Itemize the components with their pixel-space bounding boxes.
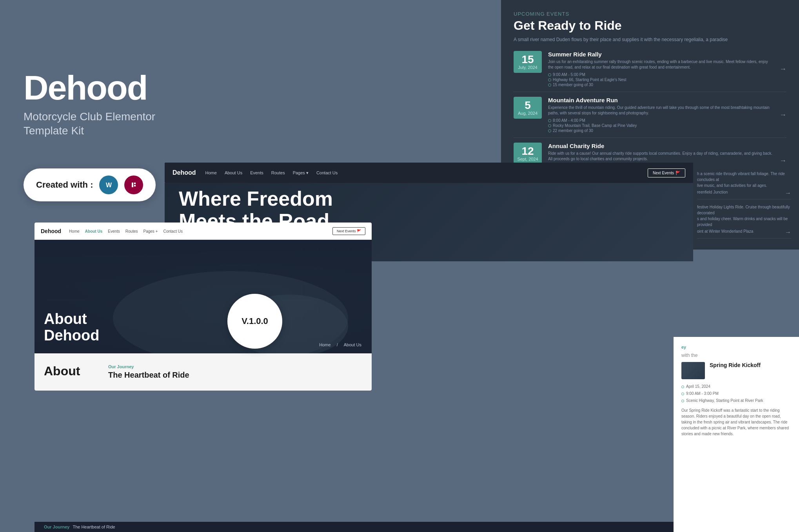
nav-link-events[interactable]: Events xyxy=(250,170,263,176)
main-navbar: Dehood Home About Us Events Routes Pages… xyxy=(165,163,693,183)
next-events-label: Next Events xyxy=(653,171,674,175)
event-name: Mountain Adventure Run xyxy=(548,97,773,103)
heartbeat-footer: Our Journey The Heartbeat of Ride xyxy=(35,522,674,532)
event-date-box: 5 Aug, 2024 xyxy=(514,97,542,119)
nav-link-routes[interactable]: Routes xyxy=(271,170,285,176)
partial-event-meta: reenfield Junction xyxy=(697,190,791,194)
breadcrumb-current: About Us xyxy=(344,342,361,347)
our-journey-label: Our Journey xyxy=(108,364,362,369)
event-arrow[interactable]: → xyxy=(779,157,786,165)
event-desc: Join us for an exhilarating summer rally… xyxy=(548,59,773,70)
event-day: 12 xyxy=(515,146,540,157)
spring-ride-info: Spring Ride Kickoff xyxy=(710,362,761,368)
event-desc: Ride with us for a cause! Our annual cha… xyxy=(548,151,773,162)
spring-ride-subtitle: with the xyxy=(681,353,791,358)
spring-ride-meta: April 15, 2024 9:00 AM - 3:00 PM Scenic … xyxy=(681,383,791,404)
about-title-text: About Dehood xyxy=(44,311,99,344)
event-info: Summer Ride Rally Join us for an exhilar… xyxy=(548,51,773,87)
heartbeat-title: The Heartbeat of Ride xyxy=(73,525,115,529)
about-nav-logo: Dehood xyxy=(41,228,61,234)
about-page-preview: Dehood Home About Us Events Routes Pages… xyxy=(35,223,372,391)
spring-ride-image xyxy=(681,362,705,379)
version-text: V.1.0.0 xyxy=(242,316,268,326)
clock-icon xyxy=(548,73,551,76)
partial-event-text: h a scenic ride through vibrant fall fol… xyxy=(697,171,791,188)
location-icon xyxy=(548,78,551,81)
about-nav-link-events[interactable]: Events xyxy=(108,229,120,233)
members-icon xyxy=(548,83,551,87)
event-desc: Experience the thrill of mountain riding… xyxy=(548,105,773,116)
brand-panel: Dehood Motorcycle Club Elementor Templat… xyxy=(24,71,188,138)
event-name: Summer Ride Rally xyxy=(548,51,773,58)
about-nav-links: Home About Us Events Routes Pages + Cont… xyxy=(69,229,332,233)
event-date-box: 15 July, 2024 xyxy=(514,51,542,73)
about-content: About Our Journey The Heartbeat of Ride xyxy=(35,353,372,391)
svg-point-2 xyxy=(129,180,139,190)
our-journey-title: The Heartbeat of Ride xyxy=(108,371,362,380)
about-navbar: Dehood Home About Us Events Routes Pages… xyxy=(35,223,372,240)
event-month: July, 2024 xyxy=(515,65,540,70)
next-events-button[interactable]: Next Events 🚩 xyxy=(648,168,685,177)
event-item: 5 Aug, 2024 Mountain Adventure Run Exper… xyxy=(514,97,786,138)
about-nav-link-pages[interactable]: Pages + xyxy=(143,229,158,233)
flag-icon: 🚩 xyxy=(676,171,680,175)
location-icon xyxy=(548,124,551,127)
spring-ride-header: Spring Ride Kickoff xyxy=(681,362,791,379)
svg-rect-4 xyxy=(134,183,136,184)
brand-subtitle: Motorcycle Club Elementor Template Kit xyxy=(24,110,188,138)
created-with-badge: Created with : W xyxy=(24,168,156,201)
spring-ride-category: ey xyxy=(681,345,791,349)
partial-event-arrow[interactable]: → xyxy=(785,229,791,236)
about-nav-link-routes[interactable]: Routes xyxy=(125,229,138,233)
about-nav-link-about[interactable]: About Us xyxy=(85,229,102,233)
event-month: Aug, 2024 xyxy=(515,111,540,116)
elementor-icon xyxy=(124,176,143,194)
heartbeat-label: Our Journey xyxy=(44,525,69,529)
version-badge: V.1.0.0 xyxy=(227,294,282,349)
partial-event-item: festive Holiday Lights Ride. Cruise thro… xyxy=(697,204,791,239)
about-nav-link-contact[interactable]: Contact Us xyxy=(163,229,183,233)
nav-logo: Dehood xyxy=(173,169,196,176)
partial-event-text: festive Holiday Lights Ride. Cruise thro… xyxy=(697,204,791,228)
event-arrow[interactable]: → xyxy=(779,111,786,119)
nav-link-home[interactable]: Home xyxy=(205,170,217,176)
about-main-content: Our Journey The Heartbeat of Ride xyxy=(108,364,362,380)
events-category: Upcoming Events xyxy=(514,11,786,17)
members-icon xyxy=(548,129,551,132)
partial-event-item: h a scenic ride through vibrant fall fol… xyxy=(697,171,791,199)
wordpress-icon: W xyxy=(99,176,118,194)
event-name: Annual Charity Ride xyxy=(548,143,773,149)
svg-rect-5 xyxy=(134,185,136,186)
event-info: Mountain Adventure Run Experience the th… xyxy=(548,97,773,133)
events-title: Get Ready to Ride xyxy=(514,18,786,33)
event-item: 15 July, 2024 Summer Ride Rally Join us … xyxy=(514,51,786,92)
nav-link-about[interactable]: About Us xyxy=(225,170,242,176)
event-month: Sept, 2024 xyxy=(515,157,540,161)
event-date-box: 12 Sept, 2024 xyxy=(514,143,542,165)
event-arrow[interactable]: → xyxy=(779,65,786,73)
partial-event-meta: oint at Winter Wonderland Plaza xyxy=(697,229,791,233)
event-day: 5 xyxy=(515,100,540,111)
breadcrumb: Home / About Us xyxy=(317,342,364,347)
event-day: 15 xyxy=(515,54,540,65)
about-nav-link-home[interactable]: Home xyxy=(69,229,80,233)
about-hero-title: About Dehood xyxy=(44,311,99,344)
events-description: A small river named Duden flows by their… xyxy=(514,36,786,43)
nav-link-contact[interactable]: Contact Us xyxy=(316,170,338,176)
spring-ride-panel: ey with the Spring Ride Kickoff April 15… xyxy=(674,337,799,532)
svg-rect-3 xyxy=(132,183,133,187)
partial-event-arrow[interactable]: → xyxy=(785,190,791,197)
about-next-events-button[interactable]: Next Events 🚩 xyxy=(332,227,365,235)
event-meta: 8:00 AM - 4:00 PM Rocky Mountain Trail, … xyxy=(548,118,773,133)
spring-ride-description: Our Spring Ride Kickoff was a fantastic … xyxy=(681,407,791,437)
nav-link-pages[interactable]: Pages ▾ xyxy=(293,170,309,176)
clock-icon xyxy=(548,119,551,122)
about-hero: About Dehood Home / About Us xyxy=(35,240,372,353)
created-label: Created with : xyxy=(36,180,93,190)
about-sidebar-title: About xyxy=(44,364,99,378)
brand-title: Dehood xyxy=(24,71,188,105)
breadcrumb-home: Home xyxy=(319,342,330,347)
nav-links: Home About Us Events Routes Pages ▾ Cont… xyxy=(205,170,648,176)
svg-text:W: W xyxy=(106,182,112,188)
partial-events-panel: h a scenic ride through vibrant fall fol… xyxy=(689,165,799,250)
